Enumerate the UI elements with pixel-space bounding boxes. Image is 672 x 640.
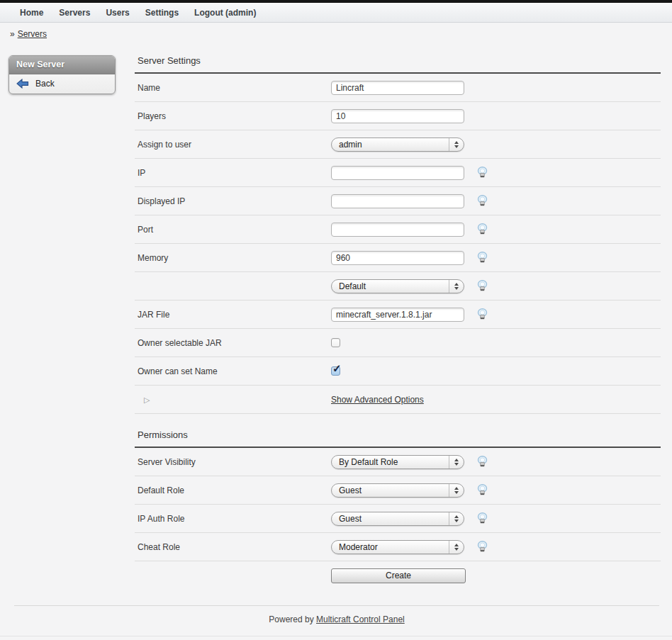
- help-lightbulb-icon[interactable]: [477, 167, 488, 179]
- field-label: Cheat Role: [135, 542, 331, 552]
- field-label: Default Role: [135, 485, 331, 495]
- select-stepper-icon: [449, 138, 464, 151]
- field-label: Owner can set Name: [135, 366, 331, 376]
- form-row-cheat-role: Cheat Role Moderator: [135, 533, 661, 561]
- select-stepper-icon: [449, 280, 464, 293]
- default-role-select[interactable]: Guest: [331, 483, 464, 498]
- owner-selectable-jar-checkbox[interactable]: ✓: [331, 338, 340, 347]
- advanced-toggle-triangle-icon[interactable]: ▷: [144, 395, 150, 404]
- field-label: Owner selectable JAR: [135, 338, 331, 348]
- field-label: Assign to user: [135, 140, 331, 150]
- form-row-server-visibility: Server Visibility By Default Role: [135, 448, 661, 476]
- form-row-ip-auth-role: IP Auth Role Guest: [135, 505, 661, 533]
- select-stepper-icon: [449, 541, 464, 554]
- displayed-ip-input[interactable]: [331, 194, 464, 208]
- jar-file-input[interactable]: [331, 308, 464, 322]
- field-label: Server Visibility: [135, 457, 331, 467]
- help-lightbulb-icon[interactable]: [477, 512, 488, 524]
- help-lightbulb-icon[interactable]: [477, 308, 488, 320]
- form-row-default-role: Default Role Guest: [135, 476, 661, 505]
- form-row-displayed-ip: Displayed IP: [135, 187, 661, 215]
- select-value: admin: [339, 140, 362, 150]
- server-visibility-select[interactable]: By Default Role: [331, 455, 464, 469]
- ip-input[interactable]: [331, 166, 464, 180]
- nav-item-servers[interactable]: Servers: [59, 8, 90, 18]
- help-lightbulb-icon[interactable]: [477, 456, 488, 468]
- form-row-advanced-toggle: ▷ Show Advanced Options: [135, 386, 661, 414]
- select-value: By Default Role: [339, 457, 398, 467]
- field-label: IP: [135, 168, 331, 178]
- select-value: Guest: [339, 514, 362, 524]
- breadcrumb-marker-icon: »: [10, 29, 15, 39]
- page-footer: Powered by Multicraft Control Panel: [14, 605, 659, 624]
- select-value: Default: [339, 281, 366, 291]
- section-title-server-settings: Server Settings: [135, 52, 661, 74]
- field-label: JAR File: [135, 310, 331, 320]
- nav-item-settings[interactable]: Settings: [145, 8, 179, 18]
- select-stepper-icon: [449, 512, 464, 525]
- form-row-jar-file: JAR File: [135, 301, 661, 329]
- owner-can-set-name-checkbox[interactable]: ✓: [331, 366, 340, 376]
- field-label: Name: [135, 83, 331, 93]
- create-button[interactable]: Create: [331, 568, 466, 583]
- form-row-name: Name: [135, 74, 661, 102]
- show-advanced-options-link[interactable]: Show Advanced Options: [331, 395, 424, 405]
- help-lightbulb-icon[interactable]: [477, 280, 488, 292]
- form-row-players: Players: [135, 102, 661, 130]
- form-row-memory-mode: Default: [135, 272, 661, 301]
- form-row-ip: IP: [135, 159, 661, 187]
- sidebar-back-label: Back: [35, 79, 55, 89]
- bottom-divider: [0, 636, 672, 636]
- form-row-owner-selectable-jar: Owner selectable JAR ✓: [135, 329, 661, 357]
- cheat-role-select[interactable]: Moderator: [331, 540, 464, 554]
- field-label: Players: [135, 111, 331, 121]
- sidebar-panel: New Server Back: [9, 55, 116, 94]
- select-value: Guest: [339, 485, 362, 495]
- form-row-create: Create: [135, 561, 661, 590]
- name-input[interactable]: [331, 81, 464, 95]
- select-value: Moderator: [339, 542, 378, 552]
- port-input[interactable]: [331, 223, 464, 237]
- help-lightbulb-icon[interactable]: [477, 195, 488, 207]
- memory-input[interactable]: [331, 251, 464, 265]
- main-navigation: Home Servers Users Settings Logout (admi…: [0, 3, 672, 23]
- sidebar-title: New Server: [9, 56, 115, 74]
- field-label: Port: [135, 225, 331, 235]
- players-input[interactable]: [331, 109, 464, 123]
- memory-mode-select[interactable]: Default: [331, 279, 464, 293]
- ip-auth-role-select[interactable]: Guest: [331, 512, 464, 526]
- section-title-permissions: Permissions: [135, 427, 661, 448]
- check-icon: ✓: [332, 362, 342, 375]
- help-lightbulb-icon[interactable]: [477, 223, 488, 235]
- field-label: IP Auth Role: [135, 514, 331, 524]
- sidebar-item-back[interactable]: Back: [9, 74, 115, 94]
- assign-to-user-select[interactable]: admin: [331, 137, 464, 152]
- field-label: Displayed IP: [135, 196, 331, 206]
- select-stepper-icon: [449, 484, 464, 497]
- main-content: Server Settings Name Players Assign to u…: [135, 52, 661, 590]
- breadcrumb: »Servers: [0, 23, 672, 43]
- footer-text: Powered by: [269, 614, 313, 624]
- breadcrumb-link-servers[interactable]: Servers: [18, 29, 47, 39]
- form-row-owner-can-set-name: Owner can set Name ✓: [135, 357, 661, 386]
- select-stepper-icon: [449, 456, 464, 468]
- help-lightbulb-icon[interactable]: [477, 541, 488, 553]
- nav-item-home[interactable]: Home: [20, 8, 43, 18]
- back-arrow-icon: [16, 79, 29, 89]
- form-row-assign-to-user: Assign to user admin: [135, 130, 661, 159]
- footer-link-multicraft[interactable]: Multicraft Control Panel: [316, 614, 405, 624]
- field-label: Memory: [135, 253, 331, 263]
- nav-item-users[interactable]: Users: [106, 8, 129, 18]
- help-lightbulb-icon[interactable]: [477, 484, 488, 496]
- help-lightbulb-icon[interactable]: [477, 252, 488, 264]
- nav-item-logout[interactable]: Logout (admin): [194, 8, 256, 18]
- form-row-memory: Memory: [135, 244, 661, 272]
- form-row-port: Port: [135, 215, 661, 244]
